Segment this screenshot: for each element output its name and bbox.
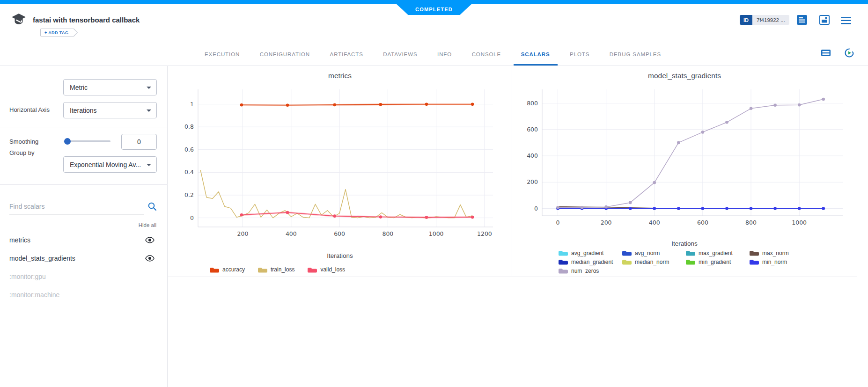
legend-swatch-icon (749, 259, 759, 265)
tab-configuration[interactable]: CONFIGURATION (260, 43, 310, 66)
y-tick-label: 0.6 (184, 146, 194, 153)
legend-swatch-icon (622, 250, 632, 256)
chevron-down-icon (147, 164, 151, 166)
chart-title-metrics: metrics (168, 72, 512, 80)
tab-bar: EXECUTIONCONFIGURATIONARTIFACTSDATAVIEWS… (205, 43, 661, 66)
x-tick-label: 800 (745, 219, 757, 226)
horizontal-axis-label: Horizontal Axis (9, 106, 50, 113)
y-tick-label: 600 (527, 126, 538, 133)
legend-item-avg_gradient[interactable]: avg_gradient (558, 248, 622, 257)
y-tick-label: 0.4 (184, 168, 194, 175)
tab-debug-samples[interactable]: DEBUG SAMPLES (610, 43, 661, 66)
divider (0, 127, 168, 127)
legend-item-max_gradient[interactable]: max_gradient (685, 248, 749, 257)
app-logo-icon (11, 13, 27, 28)
x-tick-label: 1000 (429, 230, 444, 237)
legend-label: max_norm (762, 250, 789, 256)
legend-item-avg_norm[interactable]: avg_norm (622, 248, 685, 257)
legend-item-accuracy[interactable]: accuracy (209, 266, 245, 273)
status-label: COMPLETED (415, 7, 453, 12)
y-tick-label: 0.2 (184, 191, 194, 198)
horizontal-axis-value: Iterations (70, 107, 97, 114)
x-tick-label: 200 (237, 230, 249, 237)
add-tag-label: + ADD TAG (44, 30, 68, 35)
smoothing-method-value: Exponential Moving Av... (70, 161, 141, 168)
x-tick-label: 1000 (792, 219, 807, 226)
x-tick-label: 1200 (477, 230, 492, 237)
notes-icon[interactable] (797, 15, 807, 25)
y-tick-label: 0 (190, 214, 194, 221)
legend-label: accuracy (222, 266, 245, 273)
scalar-name: model_stats_gradients (9, 255, 145, 262)
hide-all-link[interactable]: Hide all (139, 222, 156, 228)
model-stats-gradients-chart-card: model_stats_gradients0200400600800100002… (512, 66, 857, 277)
legend-swatch-icon (685, 250, 696, 256)
tab-plots[interactable]: PLOTS (570, 43, 589, 66)
experiment-id-value[interactable]: 7f419922 ... (752, 15, 789, 25)
scalar-list: metricsmodel_stats_gradients:monitor:gpu… (0, 231, 168, 304)
find-scalars (9, 201, 157, 214)
tab-scalars[interactable]: SCALARS (521, 43, 550, 66)
group-by-select[interactable]: Metric (63, 79, 157, 95)
chart-title-model-stats-gradients: model_stats_gradients (512, 72, 857, 80)
x-tick-label: 0 (556, 219, 560, 226)
metrics-plot[interactable]: 2004006008001000120000.20.40.60.81 (171, 87, 508, 244)
legend-swatch-icon (257, 267, 268, 273)
smoothing-slider-knob[interactable] (64, 138, 71, 145)
legend-item-num_zeros[interactable]: num_zeros (558, 266, 622, 275)
legend-label: avg_norm (635, 250, 660, 256)
tab-execution[interactable]: EXECUTION (205, 43, 240, 66)
search-input[interactable] (9, 201, 144, 214)
top-status-bar (0, 0, 868, 4)
legend-swatch-icon (558, 250, 568, 256)
x-tick-label: 800 (382, 230, 393, 237)
legend-item-min_gradient[interactable]: min_gradient (685, 257, 749, 266)
smoothing-method-select[interactable]: Exponential Moving Av... (63, 156, 157, 173)
series-line-train_loss (200, 170, 472, 218)
scalar-row-model-stats-gradients[interactable]: model_stats_gradients (0, 249, 168, 267)
model-stats-gradients-legend: avg_gradientavg_normmax_gradientmax_norm… (558, 248, 813, 275)
horizontal-axis-select[interactable]: Iterations (63, 102, 157, 118)
menu-icon[interactable] (841, 16, 851, 26)
legend-label: median_gradient (571, 259, 613, 265)
eye-icon[interactable] (145, 255, 154, 262)
tab-dataviews[interactable]: DATAVIEWS (383, 43, 417, 66)
y-tick-label: 0 (534, 205, 538, 212)
tab-console[interactable]: CONSOLE (472, 43, 501, 66)
legend-item-median_gradient[interactable]: median_gradient (558, 257, 622, 266)
legend-item-max_norm[interactable]: max_norm (749, 248, 813, 257)
legend-item-median_norm[interactable]: median_norm (622, 257, 685, 266)
y-tick-label: 0.8 (184, 123, 194, 130)
y-tick-label: 400 (527, 152, 538, 159)
legend-item-train_loss[interactable]: train_loss (257, 266, 294, 273)
table-view-icon[interactable] (820, 47, 831, 58)
search-icon[interactable] (147, 202, 157, 211)
auto-refresh-icon[interactable] (844, 47, 855, 58)
compare-panel-icon[interactable] (819, 15, 830, 25)
metrics-chart-card: metrics2004006008001000120000.20.40.60.8… (168, 66, 512, 277)
legend-item-min_norm[interactable]: min_norm (749, 257, 813, 266)
legend-swatch-icon (685, 259, 696, 265)
legend-label: valid_loss (320, 266, 345, 273)
group-by-value: Metric (70, 84, 88, 91)
chevron-down-icon (147, 110, 151, 112)
scalar-row-metrics[interactable]: metrics (0, 231, 168, 249)
scalar-row--monitor-machine: :monitor:machine (0, 285, 168, 304)
legend-label: num_zeros (571, 268, 599, 274)
scalar-name: :monitor:machine (9, 291, 154, 299)
smoothing-value-input[interactable]: 0 (121, 134, 157, 150)
legend-item-valid_loss[interactable]: valid_loss (307, 266, 345, 273)
x-axis-label: Iterations (512, 240, 857, 247)
scalar-row--monitor-gpu: :monitor:gpu (0, 267, 168, 285)
y-tick-label: 1 (190, 101, 194, 108)
divider (0, 184, 168, 185)
tab-info[interactable]: INFO (437, 43, 452, 66)
charts-area: metrics2004006008001000120000.20.40.60.8… (168, 66, 857, 277)
model-stats-gradients-plot[interactable]: 020040060080010000200400600800 (515, 87, 853, 232)
legend-label: min_norm (762, 259, 787, 265)
tab-artifacts[interactable]: ARTIFACTS (330, 43, 363, 66)
add-tag-button[interactable]: + ADD TAG (40, 29, 78, 37)
scalar-name: :monitor:gpu (9, 273, 154, 280)
eye-icon[interactable] (145, 237, 154, 243)
smoothing-slider-track[interactable] (64, 140, 110, 142)
